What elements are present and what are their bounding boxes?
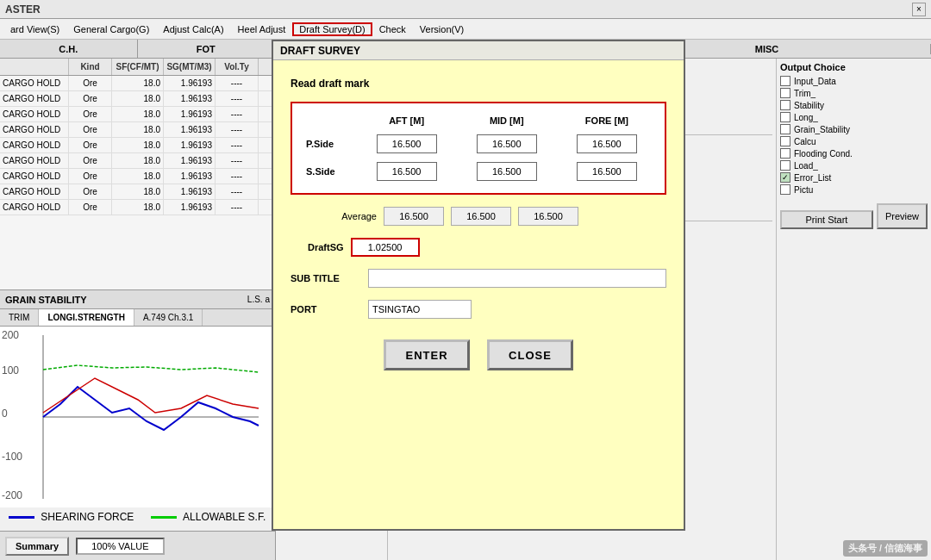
table-row: CARGO HOLD Ore 18.0 1.96193 ---- bbox=[0, 153, 275, 169]
label-flooding: Flooding Cond. bbox=[794, 149, 853, 159]
table-top-header: C.H. FOT bbox=[0, 40, 275, 59]
sub-title-input[interactable] bbox=[368, 269, 666, 288]
cargo-name: CARGO HOLD bbox=[0, 153, 69, 168]
average-label: Average bbox=[308, 211, 377, 221]
stability-header: GRAIN STABILITY L.S. a bbox=[0, 290, 275, 309]
shearing-force-label: SHEARING FORCE bbox=[41, 511, 134, 523]
watermark: 头条号 / 信德海事 bbox=[843, 540, 928, 557]
checkbox-grain-stability[interactable] bbox=[780, 124, 790, 134]
checkbox-input-data[interactable] bbox=[780, 76, 790, 86]
print-preview-row: Print Start Preview bbox=[780, 203, 928, 229]
sside-row: S.Side bbox=[301, 159, 656, 184]
sside-aft-input[interactable] bbox=[377, 162, 437, 181]
cargo-name: CARGO HOLD bbox=[0, 91, 69, 106]
print-start-button[interactable]: Print Start bbox=[780, 210, 873, 229]
cargo-kind: Ore bbox=[69, 91, 112, 106]
choice-stability[interactable]: Stability bbox=[780, 100, 928, 110]
table-row: CARGO HOLD Ore 18.0 1.96193 ---- bbox=[0, 169, 275, 184]
menu-check[interactable]: Check bbox=[372, 22, 413, 36]
table-row: CARGO HOLD Ore 18.0 1.96193 ---- bbox=[0, 122, 275, 138]
allowable-sf-line bbox=[151, 516, 177, 519]
sside-mid-cell bbox=[458, 159, 556, 184]
cargo-sf: 18.0 bbox=[112, 184, 164, 199]
checkbox-long[interactable] bbox=[780, 112, 790, 122]
avg-mid: 16.500 bbox=[451, 207, 511, 226]
choice-picture[interactable]: Pictu bbox=[780, 184, 928, 195]
choice-error-list[interactable]: ✓ Error_List bbox=[780, 172, 928, 183]
checkbox-picture[interactable] bbox=[780, 184, 790, 195]
cargo-sg: 1.96193 bbox=[164, 76, 216, 90]
col-kind: Kind bbox=[69, 59, 112, 75]
menu-heel-adjust[interactable]: Heel Adjust bbox=[231, 22, 293, 36]
cargo-sf: 18.0 bbox=[112, 91, 164, 106]
stability-tabs: TRIM LONGI.STRENGTH A.749 Ch.3.1 bbox=[0, 309, 275, 327]
checkbox-load[interactable] bbox=[780, 160, 790, 171]
tab-trim[interactable]: TRIM bbox=[0, 309, 39, 326]
choice-trim[interactable]: Trim_ bbox=[780, 88, 928, 98]
pside-fore-input[interactable] bbox=[577, 134, 637, 153]
draftsg-label: DraftSG bbox=[308, 242, 344, 252]
table-row: CARGO HOLD Ore 18.0 1.96193 ---- bbox=[0, 138, 275, 153]
sub-title-label: SUB TITLE bbox=[291, 273, 359, 283]
port-input[interactable] bbox=[368, 300, 472, 319]
preview-button[interactable]: Preview bbox=[877, 203, 928, 229]
avg-fore: 16.500 bbox=[518, 207, 578, 226]
label-calcu: Calcu bbox=[794, 137, 816, 146]
col-sg: SG(MT/M3) bbox=[164, 59, 216, 75]
cargo-kind: Ore bbox=[69, 184, 112, 199]
cargo-sg: 1.96193 bbox=[164, 169, 216, 184]
cargo-kind: Ore bbox=[69, 107, 112, 121]
choice-long[interactable]: Long_ bbox=[780, 112, 928, 122]
checkbox-stability[interactable] bbox=[780, 100, 790, 110]
checkbox-trim[interactable] bbox=[780, 88, 790, 98]
checkbox-error-list[interactable]: ✓ bbox=[780, 172, 790, 183]
tab-a749[interactable]: A.749 Ch.3.1 bbox=[134, 309, 203, 326]
menu-general-cargo[interactable]: General Cargo(G) bbox=[66, 22, 156, 36]
cargo-kind: Ore bbox=[69, 138, 112, 152]
cargo-name: CARGO HOLD bbox=[0, 169, 69, 184]
col-name bbox=[0, 59, 69, 75]
choice-flooding[interactable]: Flooding Cond. bbox=[780, 148, 928, 159]
draftsg-input[interactable] bbox=[351, 238, 420, 257]
stability-chart: 200 100 0 -100 -200 bbox=[0, 327, 275, 507]
cargo-kind: Ore bbox=[69, 169, 112, 184]
checkbox-flooding[interactable] bbox=[780, 148, 790, 159]
menu-version[interactable]: Version(V) bbox=[413, 22, 471, 36]
cargo-vol: ---- bbox=[216, 76, 259, 90]
sside-fore-input[interactable] bbox=[577, 162, 637, 181]
sside-label: S.Side bbox=[301, 159, 356, 184]
table-row: CARGO HOLD Ore 18.0 1.96193 ---- bbox=[0, 200, 275, 215]
close-window-button[interactable]: × bbox=[912, 3, 926, 16]
cargo-sf: 18.0 bbox=[112, 107, 164, 121]
sside-mid-input[interactable] bbox=[477, 162, 537, 181]
cargo-sf: 18.0 bbox=[112, 153, 164, 168]
draft-survey-dialog: DRAFT SURVEY Read draft mark AFT [M] MID… bbox=[272, 40, 685, 531]
read-draft-label: Read draft mark bbox=[291, 78, 666, 90]
cargo-name: CARGO HOLD bbox=[0, 138, 69, 152]
choice-grain-stability[interactable]: Grain_Stability bbox=[780, 124, 928, 134]
label-stability: Stability bbox=[794, 101, 824, 110]
col-fore-header: FORE [M] bbox=[558, 112, 656, 129]
choice-input-data[interactable]: Input_Data bbox=[780, 76, 928, 86]
port-label: PORT bbox=[291, 304, 359, 314]
choice-calcu[interactable]: Calcu bbox=[780, 136, 928, 146]
choice-load[interactable]: Load_ bbox=[780, 160, 928, 171]
average-row: Average 16.500 16.500 16.500 bbox=[291, 207, 666, 226]
pside-mid-cell bbox=[458, 131, 556, 157]
menu-ward-view[interactable]: ard View(S) bbox=[3, 22, 66, 36]
enter-button[interactable]: ENTER bbox=[384, 339, 470, 370]
checkbox-calcu[interactable] bbox=[780, 136, 790, 146]
col-sf: SF(CF/MT) bbox=[112, 59, 164, 75]
percent-value-button[interactable]: 100% VALUE bbox=[76, 538, 164, 555]
tab-longi-strength[interactable]: LONGI.STRENGTH bbox=[39, 309, 134, 326]
dialog-title: DRAFT SURVEY bbox=[280, 45, 360, 57]
title-bar: ASTER × bbox=[0, 0, 931, 19]
menu-adjust-calc[interactable]: Adjust Calc(A) bbox=[156, 22, 230, 36]
cargo-name: CARGO HOLD bbox=[0, 200, 69, 215]
close-button[interactable]: CLOSE bbox=[487, 339, 573, 370]
pside-aft-input[interactable] bbox=[377, 134, 437, 153]
menu-draft-survey[interactable]: Draft Survey(D) bbox=[292, 22, 372, 36]
cargo-sg: 1.96193 bbox=[164, 91, 216, 106]
pside-mid-input[interactable] bbox=[477, 134, 537, 153]
summary-button[interactable]: Summary bbox=[5, 537, 69, 556]
